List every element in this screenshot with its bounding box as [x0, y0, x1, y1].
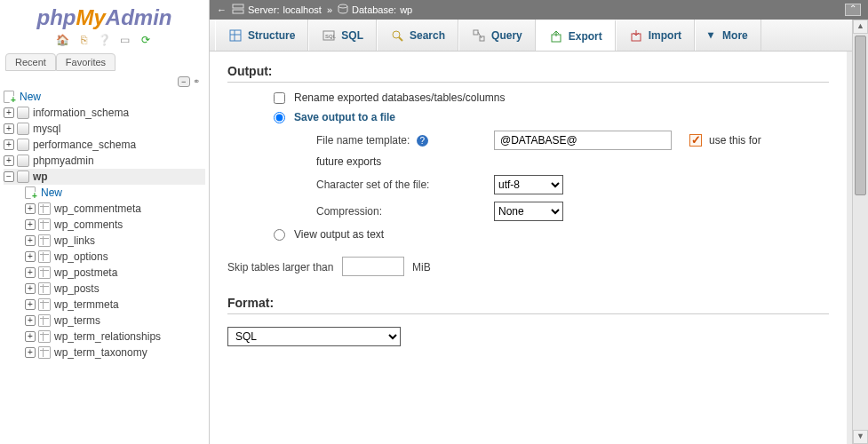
menubar: Structure SQLSQL Search Query Export Imp…: [210, 20, 868, 52]
breadcrumb-toggle-icon[interactable]: ←: [217, 4, 227, 15]
breadcrumb-server-label: Server:: [248, 4, 279, 15]
charset-select[interactable]: utf-8: [494, 175, 563, 194]
server-icon: [232, 4, 244, 16]
collapse-tree-icon[interactable]: −: [178, 76, 190, 87]
chevron-down-icon: ▾: [708, 28, 717, 43]
tab-favorites[interactable]: Favorites: [56, 53, 115, 71]
table-icon: [38, 250, 51, 263]
tree-db-wp[interactable]: −wp: [4, 169, 205, 185]
rename-label: Rename exported databases/tables/columns: [294, 91, 505, 104]
tree-db-label: performance_schema: [33, 139, 136, 151]
scroll-thumb[interactable]: [855, 36, 866, 195]
tree-table-label: wp_terms: [54, 314, 100, 327]
expand-icon[interactable]: +: [4, 123, 14, 134]
save-file-label: Save output to a file: [294, 111, 395, 123]
tab-export[interactable]: Export: [536, 20, 616, 51]
svg-rect-10: [474, 30, 478, 35]
tab-sql[interactable]: SQLSQL: [308, 20, 377, 51]
tab-query[interactable]: Query: [458, 20, 536, 51]
tree-new-db[interactable]: New: [4, 89, 205, 105]
search-icon: [390, 28, 404, 43]
expand-icon[interactable]: +: [4, 107, 14, 118]
sql-icon: SQL: [322, 28, 336, 43]
sql-icon[interactable]: ▭: [118, 34, 132, 48]
filename-label: File name template:: [316, 134, 410, 147]
tree-db-information-schema[interactable]: +information_schema: [4, 105, 205, 121]
format-select[interactable]: SQL: [227, 327, 401, 346]
tree-table-label: wp_term_relationships: [54, 330, 161, 343]
scroll-down-button[interactable]: ▼: [853, 430, 868, 444]
output-heading: Output:: [227, 64, 829, 78]
tree-db-performance-schema[interactable]: +performance_schema: [4, 137, 205, 153]
breadcrumb-server-value[interactable]: localhost: [283, 4, 321, 15]
view-text-label: View output as text: [294, 228, 384, 241]
expand-icon[interactable]: +: [25, 331, 36, 342]
skip-label: Skip tables larger than: [227, 261, 333, 274]
expand-icon[interactable]: +: [4, 155, 14, 166]
tab-more[interactable]: ▾More: [695, 20, 761, 51]
filename-input[interactable]: [494, 131, 672, 150]
tree-table-wp-commentmeta[interactable]: +wp_commentmeta: [4, 201, 205, 217]
logo[interactable]: phpMyAdmin: [0, 0, 209, 32]
table-icon: [38, 298, 51, 311]
tab-search[interactable]: Search: [377, 20, 458, 51]
collapse-icon[interactable]: −: [4, 171, 14, 182]
sidebar: phpMyAdmin 🏠 ⎘ ❔ ▭ ⟳ Recent Favorites − …: [0, 0, 210, 444]
tree-new-table[interactable]: New: [4, 185, 205, 201]
tree-db-mysql[interactable]: +mysql: [4, 121, 205, 137]
expand-icon[interactable]: +: [25, 315, 36, 326]
view-text-radio[interactable]: [274, 229, 285, 241]
tree-table-wp-postmeta[interactable]: +wp_postmeta: [4, 265, 205, 281]
use-future-label: use this for: [709, 134, 761, 147]
row-future-exports: future exports: [316, 155, 829, 168]
skip-size-input[interactable]: [342, 257, 404, 276]
tree-table-label: wp_commentmeta: [54, 202, 141, 215]
tree-new-label: New: [20, 91, 41, 103]
tab-structure[interactable]: Structure: [215, 20, 308, 51]
scrollbar: ▲ ▼: [852, 20, 868, 444]
tree-table-wp-comments[interactable]: +wp_comments: [4, 217, 205, 233]
format-heading: Format:: [227, 296, 829, 310]
tree-table-wp-posts[interactable]: +wp_posts: [4, 281, 205, 297]
docs-icon[interactable]: ❔: [98, 34, 112, 48]
tab-recent[interactable]: Recent: [5, 53, 56, 71]
tree-db-phpmyadmin[interactable]: +phpmyadmin: [4, 153, 205, 169]
row-save-file: Save output to a file: [274, 111, 829, 123]
expand-icon[interactable]: +: [25, 251, 36, 262]
expand-icon[interactable]: +: [25, 267, 36, 278]
link-icon[interactable]: ⚭: [193, 76, 200, 86]
expand-icon[interactable]: +: [25, 347, 36, 358]
expand-icon[interactable]: +: [4, 139, 14, 150]
breadcrumb-db-label: Database:: [352, 4, 396, 15]
tree-table-wp-terms[interactable]: +wp_terms: [4, 313, 205, 329]
tree-table-wp-term-relationships[interactable]: +wp_term_relationships: [4, 329, 205, 345]
tab-import[interactable]: Import: [616, 20, 695, 51]
collapse-breadcrumb-icon[interactable]: ⌃: [845, 4, 861, 16]
expand-icon[interactable]: +: [25, 283, 36, 294]
scroll-up-button[interactable]: ▲: [853, 20, 868, 34]
tree-table-wp-term-taxonomy[interactable]: +wp_term_taxonomy: [4, 345, 205, 361]
expand-icon[interactable]: +: [25, 235, 36, 246]
rename-checkbox[interactable]: [274, 92, 285, 104]
logo-toolbar: 🏠 ⎘ ❔ ▭ ⟳: [0, 32, 209, 52]
expand-icon[interactable]: +: [25, 299, 36, 310]
expand-icon[interactable]: +: [25, 203, 36, 214]
breadcrumb: ← Server: localhost » Database: wp ⌃: [210, 0, 868, 20]
tree-table-wp-links[interactable]: +wp_links: [4, 233, 205, 249]
tree-table-wp-termmeta[interactable]: +wp_termmeta: [4, 297, 205, 313]
save-file-radio[interactable]: [274, 112, 285, 123]
svg-rect-1: [233, 10, 243, 13]
svg-rect-3: [230, 30, 241, 41]
expand-icon[interactable]: +: [25, 219, 36, 230]
logout-icon[interactable]: ⎘: [76, 34, 91, 48]
breadcrumb-db-value[interactable]: wp: [400, 4, 412, 15]
use-future-checkbox[interactable]: [689, 134, 702, 147]
table-icon: [38, 202, 51, 215]
tree-table-label: wp_posts: [54, 282, 100, 295]
compression-select[interactable]: None: [494, 202, 563, 221]
tree-db-label: wp: [33, 170, 48, 183]
help-icon[interactable]: ?: [417, 135, 428, 147]
home-icon[interactable]: 🏠: [56, 34, 70, 48]
reload-icon[interactable]: ⟳: [139, 34, 153, 48]
tree-table-wp-options[interactable]: +wp_options: [4, 249, 205, 265]
